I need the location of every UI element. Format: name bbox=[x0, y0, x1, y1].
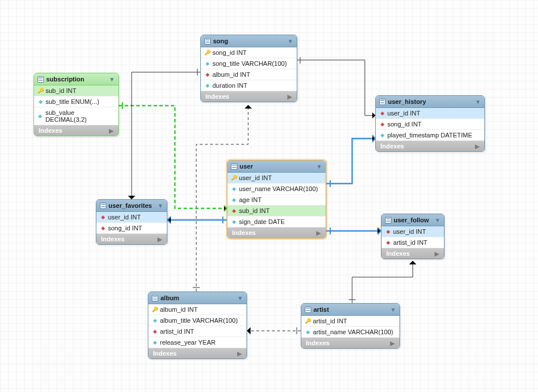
column-row[interactable]: ◆played_timestamp DATETIME bbox=[376, 130, 484, 141]
column-row[interactable]: ◆user_id INT bbox=[376, 108, 484, 119]
indexes-section[interactable]: Indexes▶ bbox=[96, 234, 167, 244]
column-row[interactable]: ◆album_id INT bbox=[201, 69, 297, 80]
column-row[interactable]: ◆user_id INT bbox=[96, 212, 167, 223]
table-title: user_favorites bbox=[109, 202, 152, 209]
column-label: duration INT bbox=[212, 82, 248, 89]
column-label: artist_name VARCHAR(100) bbox=[313, 328, 393, 335]
column-row[interactable]: ◆artist_id INT bbox=[148, 326, 246, 337]
key-icon: 🔑 bbox=[231, 175, 237, 181]
chevron-down-icon: ▼ bbox=[475, 99, 481, 105]
table-header[interactable]: user ▼ bbox=[227, 160, 326, 173]
column-row[interactable]: 🔑song_id INT bbox=[201, 47, 297, 58]
table-title: user_history bbox=[388, 98, 426, 105]
column-row[interactable]: 🔑user_id INT bbox=[227, 173, 326, 184]
diamond-icon: ◆ bbox=[231, 219, 237, 225]
table-icon bbox=[379, 99, 386, 105]
rel-artist-userfollow bbox=[352, 261, 413, 303]
column-row[interactable]: ◆sign_date DATE bbox=[227, 216, 326, 227]
diamond-icon: ◆ bbox=[100, 214, 106, 220]
chevron-right-icon: ▶ bbox=[390, 340, 395, 346]
chevron-right-icon: ▶ bbox=[316, 230, 321, 236]
diamond-icon: ◆ bbox=[152, 328, 158, 334]
diamond-icon: ◆ bbox=[379, 132, 385, 138]
column-row[interactable]: ◆sub_title ENUM(...) bbox=[34, 96, 118, 107]
table-header[interactable]: subscription ▼ bbox=[34, 73, 118, 85]
table-header[interactable]: song ▼ bbox=[201, 35, 297, 47]
table-header[interactable]: user_history ▼ bbox=[376, 96, 484, 108]
chevron-right-icon: ▶ bbox=[475, 143, 480, 150]
column-row[interactable]: ◆song_title VARCHAR(100) bbox=[201, 58, 297, 69]
table-user-follow[interactable]: user_follow ▼ ◆user_id INT ◆artist_id IN… bbox=[381, 214, 444, 259]
column-row[interactable]: ◆release_year YEAR bbox=[148, 337, 246, 348]
column-row[interactable]: ◆artist_name VARCHAR(100) bbox=[301, 327, 399, 338]
chevron-down-icon: ▼ bbox=[109, 76, 115, 83]
column-row[interactable]: 🔑album_id INT bbox=[148, 304, 246, 315]
diamond-icon: ◆ bbox=[379, 121, 385, 127]
table-album[interactable]: album ▼ 🔑album_id INT ◆album_title VARCH… bbox=[148, 292, 247, 359]
table-header[interactable]: user_favorites ▼ bbox=[96, 200, 167, 212]
table-title: subscription bbox=[46, 76, 84, 83]
column-row[interactable]: ◆song_id INT bbox=[376, 119, 484, 130]
indexes-section[interactable]: Indexes▶ bbox=[34, 125, 118, 136]
column-label: album_id INT bbox=[212, 71, 250, 78]
indexes-section[interactable]: Indexes▶ bbox=[301, 338, 399, 348]
indexes-section[interactable]: Indexes▶ bbox=[376, 141, 484, 151]
key-icon: 🔑 bbox=[305, 318, 311, 324]
table-subscription[interactable]: subscription ▼ 🔑sub_id INT ◆sub_title EN… bbox=[33, 73, 119, 136]
chevron-right-icon: ▶ bbox=[287, 94, 292, 100]
column-label: song_id INT bbox=[212, 49, 246, 56]
column-row[interactable]: 🔑sub_id INT bbox=[34, 85, 118, 96]
column-row[interactable]: ◆user_name VARCHAR(100) bbox=[227, 184, 326, 195]
diamond-icon: ◆ bbox=[100, 225, 106, 231]
column-row[interactable]: ◆album_title VARCHAR(100) bbox=[148, 315, 246, 326]
indexes-section[interactable]: Indexes▶ bbox=[227, 227, 326, 238]
rel-song-userfavorites bbox=[132, 72, 200, 199]
indexes-section[interactable]: Indexes▶ bbox=[382, 248, 444, 259]
column-row[interactable]: ◆age INT bbox=[227, 195, 326, 206]
column-label: user_id INT bbox=[239, 174, 272, 181]
diamond-icon: ◆ bbox=[204, 72, 210, 77]
diamond-icon: ◆ bbox=[379, 110, 385, 116]
column-row[interactable]: ◆sub_value DECIMAL(3,2) bbox=[34, 107, 118, 125]
indexes-label: Indexes bbox=[232, 229, 256, 236]
table-title: artist bbox=[313, 306, 329, 313]
indexes-label: Indexes bbox=[380, 143, 404, 150]
indexes-label: Indexes bbox=[153, 350, 177, 357]
rel-user-userhistory bbox=[326, 139, 375, 184]
indexes-label: Indexes bbox=[206, 93, 229, 100]
table-user[interactable]: user ▼ 🔑user_id INT ◆user_name VARCHAR(1… bbox=[227, 160, 326, 238]
column-label: sign_date DATE bbox=[239, 218, 285, 225]
column-row[interactable]: ◆user_id INT bbox=[382, 226, 444, 237]
table-song[interactable]: song ▼ 🔑song_id INT ◆song_title VARCHAR(… bbox=[200, 35, 297, 102]
chevron-right-icon: ▶ bbox=[158, 236, 162, 242]
column-row[interactable]: 🔑artist_id INT bbox=[301, 316, 399, 327]
table-header[interactable]: album ▼ bbox=[148, 292, 246, 304]
chevron-down-icon: ▼ bbox=[435, 217, 440, 223]
column-row[interactable]: ◆duration INT bbox=[201, 80, 297, 91]
chevron-down-icon: ▼ bbox=[287, 38, 293, 44]
column-label: sub_id INT bbox=[46, 87, 76, 94]
table-user-history[interactable]: user_history ▼ ◆user_id INT ◆song_id INT… bbox=[375, 95, 485, 152]
column-label: user_name VARCHAR(100) bbox=[239, 185, 318, 192]
column-row[interactable]: ◆sub_id INT bbox=[227, 206, 326, 216]
key-icon: 🔑 bbox=[38, 88, 43, 94]
column-label: artist_id INT bbox=[393, 239, 427, 246]
column-row[interactable]: ◆song_id INT bbox=[96, 223, 167, 234]
table-artist[interactable]: artist ▼ 🔑artist_id INT ◆artist_name VAR… bbox=[301, 303, 400, 349]
diamond-icon: ◆ bbox=[38, 99, 43, 104]
indexes-section[interactable]: Indexes▶ bbox=[201, 91, 297, 102]
table-icon bbox=[152, 295, 158, 301]
table-header[interactable]: user_follow ▼ bbox=[382, 214, 444, 226]
column-row[interactable]: ◆artist_id INT bbox=[382, 237, 444, 248]
column-label: user_id INT bbox=[108, 214, 141, 221]
indexes-section[interactable]: Indexes▶ bbox=[148, 348, 246, 359]
table-header[interactable]: artist ▼ bbox=[301, 304, 399, 316]
table-icon bbox=[305, 307, 311, 313]
table-title: song bbox=[213, 38, 228, 44]
table-icon bbox=[231, 163, 237, 170]
diamond-icon: ◆ bbox=[231, 197, 237, 203]
chevron-down-icon: ▼ bbox=[390, 307, 396, 313]
column-label: artist_id INT bbox=[160, 328, 194, 335]
table-user-favorites[interactable]: user_favorites ▼ ◆user_id INT ◆song_id I… bbox=[96, 199, 167, 245]
indexes-label: Indexes bbox=[306, 339, 330, 346]
